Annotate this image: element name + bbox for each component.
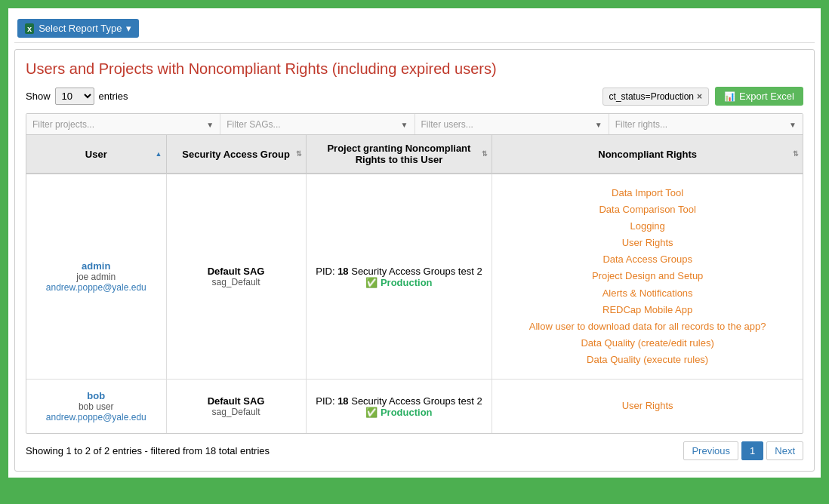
col-sag-sort-icon: ⇅ — [296, 150, 302, 158]
report-title: Users and Projects with Noncompliant Rig… — [26, 60, 803, 78]
filter-badge-close[interactable]: × — [697, 91, 702, 102]
cell-project-0: PID: 18 Security Access Groups test 2 ✅ … — [306, 174, 492, 380]
user-email[interactable]: andrew.poppe@yale.edu — [32, 412, 160, 423]
user-sub: bob user — [32, 401, 160, 412]
entries-label: entries — [99, 91, 128, 102]
filter-rights-arrow-icon: ▼ — [789, 120, 797, 128]
sag-name: Default SAG — [173, 395, 300, 407]
cell-user-0: admin joe admin andrew.poppe@yale.edu — [26, 174, 166, 380]
production-badge: ✅ Production — [365, 277, 432, 288]
rights-list: User Rights — [498, 398, 797, 414]
pid-text: PID: 18 Security Access Groups test 2 — [316, 395, 482, 407]
col-header-sag[interactable]: Security Access Group ⇅ — [166, 135, 306, 174]
show-entries: Show 10 25 50 100 entries — [26, 88, 128, 105]
production-badge: ✅ Production — [365, 407, 432, 418]
pagination-page-1[interactable]: 1 — [741, 441, 763, 460]
cell-sag-1: Default SAG sag_Default — [166, 380, 306, 434]
filter-users-cell: ▼ Filter users... — [415, 114, 609, 134]
table-header-row: User ▲ Security Access Group ⇅ Project g… — [26, 135, 803, 174]
active-filter-badge: ct_status=Production × — [602, 88, 709, 106]
filter-badge-text: ct_status=Production — [609, 91, 694, 102]
show-label: Show — [26, 91, 51, 102]
cell-user-1: bob bob user andrew.poppe@yale.edu — [26, 380, 166, 434]
sag-sub: sag_Default — [173, 277, 300, 287]
select-report-button[interactable]: x Select Report Type ▾ — [17, 19, 139, 38]
cell-sag-0: Default SAG sag_Default — [166, 174, 306, 380]
user-name[interactable]: bob — [32, 390, 160, 401]
filter-rights-placeholder: Filter rights... — [615, 119, 667, 130]
col-rights-sort-icon: ⇅ — [793, 150, 799, 158]
excel-icon: x — [25, 23, 34, 34]
col-header-project[interactable]: Project granting Noncompliant Rights to … — [306, 135, 492, 174]
pagination: Previous 1 Next — [683, 441, 803, 460]
col-rights-label: Noncompliant Rights — [598, 149, 697, 160]
cell-project-1: PID: 18 Security Access Groups test 2 ✅ … — [306, 380, 492, 434]
filter-projects-cell: Filter projects... ▼ Filter projects... — [26, 114, 220, 134]
col-project-sort-icon: ⇅ — [482, 150, 488, 158]
entries-select[interactable]: 10 25 50 100 — [55, 88, 94, 105]
excel-export-icon: 📊 — [724, 91, 735, 102]
filter-sags-arrow-icon: ▼ — [401, 120, 408, 128]
user-email[interactable]: andrew.poppe@yale.edu — [32, 282, 160, 293]
filter-users-placeholder: Filter users... — [421, 119, 473, 130]
filter-projects-arrow-icon: ▼ — [206, 120, 214, 128]
sag-sub: sag_Default — [173, 407, 300, 417]
data-table: User ▲ Security Access Group ⇅ Project g… — [26, 135, 803, 433]
col-header-user[interactable]: User ▲ — [26, 135, 166, 174]
table-footer: Showing 1 to 2 of 2 entries - filtered f… — [26, 441, 803, 460]
main-card: Users and Projects with Noncompliant Rig… — [14, 49, 815, 472]
filter-row: Filter projects... ▼ Filter projects... … — [26, 114, 803, 135]
controls-row: Show 10 25 50 100 entries ct_status=Prod… — [26, 87, 803, 106]
pid-text: PID: 18 Security Access Groups test 2 — [316, 266, 482, 277]
col-user-label: User — [85, 149, 107, 160]
col-user-sort-icon: ▲ — [156, 150, 162, 158]
footer-text: Showing 1 to 2 of 2 entries - filtered f… — [26, 445, 270, 456]
export-excel-button[interactable]: 📊 Export Excel — [715, 87, 803, 106]
table-row: bob bob user andrew.poppe@yale.edu Defau… — [26, 380, 803, 434]
cell-rights-0: Data Import ToolData Comparison ToolLogg… — [492, 174, 803, 380]
col-header-rights[interactable]: Noncompliant Rights ⇅ — [492, 135, 803, 174]
user-sub: joe admin — [32, 272, 160, 282]
cell-rights-1: User Rights — [492, 380, 803, 434]
rights-list: Data Import ToolData Comparison ToolLogg… — [498, 185, 797, 368]
filter-rights-cell: ▼ Filter rights... — [609, 114, 803, 134]
select-report-label: Select Report Type — [39, 23, 122, 34]
right-controls: ct_status=Production × 📊 Export Excel — [602, 87, 803, 106]
filter-sags-placeholder: Filter SAGs... — [227, 119, 280, 130]
col-sag-label: Security Access Group — [182, 149, 290, 160]
sag-name: Default SAG — [173, 266, 300, 277]
filter-sags-cell: ▼ Filter SAGs... — [220, 114, 414, 134]
dropdown-arrow-icon: ▾ — [126, 23, 131, 34]
col-project-label: Project granting Noncompliant Rights to … — [327, 143, 470, 165]
filter-users-arrow-icon: ▼ — [595, 120, 602, 128]
pagination-next-button[interactable]: Next — [766, 441, 803, 460]
table-row: admin joe admin andrew.poppe@yale.edu De… — [26, 174, 803, 380]
user-name[interactable]: admin — [32, 260, 160, 272]
filter-projects-placeholder: Filter projects... — [32, 119, 94, 130]
pagination-previous-button[interactable]: Previous — [683, 441, 738, 460]
export-label: Export Excel — [739, 91, 794, 102]
table-container: Filter projects... ▼ Filter projects... … — [26, 113, 803, 434]
